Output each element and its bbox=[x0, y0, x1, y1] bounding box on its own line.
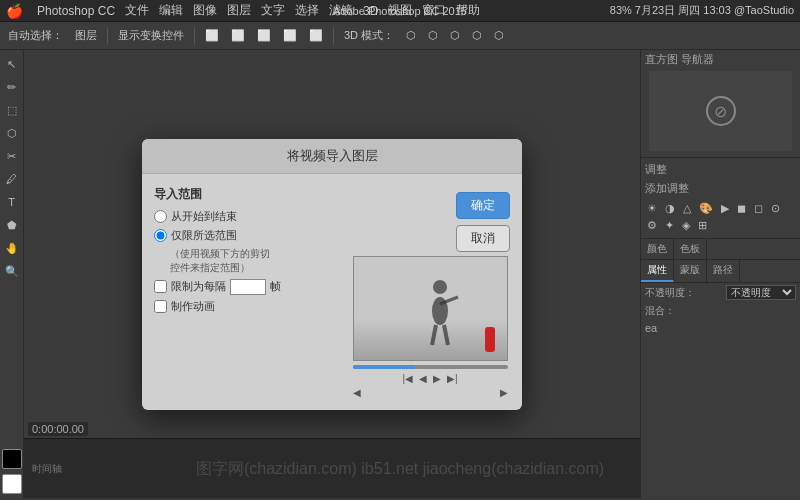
tool-healing[interactable]: ✂ bbox=[2, 146, 22, 166]
radio-from-start-label: 从开始到结束 bbox=[171, 209, 237, 224]
prop-tab-properties[interactable]: 属性 bbox=[641, 260, 674, 282]
dialog-buttons: 确定 取消 bbox=[456, 192, 510, 252]
menubar-center-title: Adobe Photoshop CC 2015 bbox=[333, 5, 467, 17]
navigator-header: 直方图 导航器 bbox=[645, 52, 796, 67]
menu-app[interactable]: Photoshop CC bbox=[37, 4, 115, 18]
tool-lasso[interactable]: ⬚ bbox=[2, 100, 22, 120]
toolbar-3d-icon-4[interactable]: ⬡ bbox=[468, 27, 486, 44]
add-adjustment-label: 添加调整 bbox=[645, 181, 796, 196]
toolbar-sep-1 bbox=[107, 27, 108, 45]
apple-icon[interactable]: 🍎 bbox=[6, 3, 23, 19]
menu-type[interactable]: 文字 bbox=[261, 2, 285, 19]
prop-tab-path[interactable]: 路径 bbox=[707, 260, 740, 282]
color-tab[interactable]: 颜色 bbox=[641, 239, 674, 259]
toolbar-3d-icon-5[interactable]: ⬡ bbox=[490, 27, 508, 44]
video-prev-btn[interactable]: ◀ bbox=[419, 373, 427, 384]
cancel-button[interactable]: 取消 bbox=[456, 225, 510, 252]
adj-icon-2[interactable]: ◑ bbox=[663, 200, 677, 217]
dialog-left-panel: 导入范围 从开始到结束 仅限所选范围 （使用视频下方的剪切 控件来指定范围） bbox=[154, 186, 338, 398]
prop-tab-mask[interactable]: 蒙版 bbox=[674, 260, 707, 282]
toolbar-align-2[interactable]: ⬜ bbox=[227, 27, 249, 44]
tool-brush[interactable]: ✏ bbox=[2, 77, 22, 97]
prop-tabbar: 属性 蒙版 路径 bbox=[641, 260, 800, 283]
tool-hand[interactable]: 🤚 bbox=[2, 238, 22, 258]
toolbar-align-1[interactable]: ⬜ bbox=[201, 27, 223, 44]
radio-only-range-row: 仅限所选范围 bbox=[154, 228, 338, 243]
time-display: 0:00:00.00 bbox=[28, 422, 88, 436]
menu-image[interactable]: 图像 bbox=[193, 2, 217, 19]
opacity-label: 不透明度： bbox=[645, 286, 695, 300]
toolbar-auto-select-value[interactable]: 图层 bbox=[71, 26, 101, 45]
adjustment-icons-row-2: ⚙ ✦ ◈ ⊞ bbox=[645, 217, 796, 234]
timeline: 时间轴 bbox=[24, 438, 640, 498]
toolbar-3d-icon-2[interactable]: ⬡ bbox=[424, 27, 442, 44]
video-scrubber-fill bbox=[353, 365, 415, 369]
radio-only-range-label: 仅限所选范围 bbox=[171, 228, 237, 243]
make-anim-label: 制作动画 bbox=[171, 299, 215, 314]
limit-label: 限制为每隔 bbox=[171, 279, 226, 294]
range-end-marker[interactable]: ▶ bbox=[500, 387, 508, 398]
tool-crop[interactable]: ⬡ bbox=[2, 123, 22, 143]
adj-icon-12[interactable]: ⊞ bbox=[696, 217, 709, 234]
tool-zoom[interactable]: 🔍 bbox=[2, 261, 22, 281]
ok-button[interactable]: 确定 bbox=[456, 192, 510, 219]
adj-icon-1[interactable]: ☀ bbox=[645, 200, 659, 217]
limit-checkbox[interactable] bbox=[154, 280, 167, 293]
navigator-circle-icon: ⊘ bbox=[706, 96, 736, 126]
color-swatch-tabbar: 颜色 色板 bbox=[641, 239, 800, 260]
toolbar-show-transform[interactable]: 显示变换控件 bbox=[114, 26, 188, 45]
toolbar-3d-label: 3D 模式： bbox=[340, 26, 398, 45]
radio-only-range[interactable] bbox=[154, 229, 167, 242]
adj-icon-5[interactable]: ▶ bbox=[719, 200, 731, 217]
toolbar-align-4[interactable]: ⬜ bbox=[279, 27, 301, 44]
import-range-label: 导入范围 bbox=[154, 186, 338, 203]
make-anim-checkbox[interactable] bbox=[154, 300, 167, 313]
toolbar-auto-select-label: 自动选择： bbox=[4, 26, 67, 45]
adj-icon-9[interactable]: ⚙ bbox=[645, 217, 659, 234]
navigator-section: 直方图 导航器 ⊘ bbox=[641, 50, 800, 158]
adj-icon-4[interactable]: 🎨 bbox=[697, 200, 715, 217]
radio-from-start[interactable] bbox=[154, 210, 167, 223]
make-anim-row: 制作动画 bbox=[154, 299, 338, 314]
adj-icon-6[interactable]: ◼ bbox=[735, 200, 748, 217]
tool-background-color[interactable] bbox=[2, 474, 22, 494]
limit-row: 限制为每隔 帧 bbox=[154, 279, 338, 295]
toolbar: 自动选择： 图层 显示变换控件 ⬜ ⬜ ⬜ ⬜ ⬜ 3D 模式： ⬡ ⬡ ⬡ ⬡… bbox=[0, 22, 800, 50]
tool-type[interactable]: T bbox=[2, 192, 22, 212]
toolbar-3d-icon-3[interactable]: ⬡ bbox=[446, 27, 464, 44]
video-controls: |◀ ◀ ▶ ▶| bbox=[353, 365, 508, 384]
menu-file[interactable]: 文件 bbox=[125, 2, 149, 19]
svg-point-0 bbox=[433, 280, 447, 294]
limit-input[interactable] bbox=[230, 279, 266, 295]
status-badge: ea bbox=[645, 322, 657, 334]
swatches-tab[interactable]: 色板 bbox=[674, 239, 707, 259]
toolbar-align-5[interactable]: ⬜ bbox=[305, 27, 327, 44]
svg-line-3 bbox=[432, 325, 436, 345]
video-rewind-btn[interactable]: |◀ bbox=[402, 373, 413, 384]
toolbar-sep-3 bbox=[333, 27, 334, 45]
menu-select[interactable]: 选择 bbox=[295, 2, 319, 19]
tool-foreground-color[interactable] bbox=[2, 449, 22, 469]
menu-edit[interactable]: 编辑 bbox=[159, 2, 183, 19]
toolbar-3d-icon-1[interactable]: ⬡ bbox=[402, 27, 420, 44]
dialog-overlay: 将视频导入图层 导入范围 从开始到结束 仅限所选范围 bbox=[24, 50, 640, 498]
video-preview-panel: 确定 取消 bbox=[350, 186, 510, 398]
dialog-body: 导入范围 从开始到结束 仅限所选范围 （使用视频下方的剪切 控件来指定范围） bbox=[142, 174, 522, 410]
video-scrubber[interactable] bbox=[353, 365, 508, 369]
menu-layer[interactable]: 图层 bbox=[227, 2, 251, 19]
adj-icon-3[interactable]: △ bbox=[681, 200, 693, 217]
svg-line-4 bbox=[444, 325, 448, 345]
tool-select[interactable]: ↖ bbox=[2, 54, 22, 74]
tool-pen[interactable]: 🖊 bbox=[2, 169, 22, 189]
adj-icon-8[interactable]: ⊙ bbox=[769, 200, 782, 217]
opacity-select[interactable]: 不透明度 bbox=[726, 285, 796, 300]
tool-shape[interactable]: ⬟ bbox=[2, 215, 22, 235]
adj-icon-7[interactable]: ◻ bbox=[752, 200, 765, 217]
video-next-btn[interactable]: ▶| bbox=[447, 373, 458, 384]
range-start-marker[interactable]: ◀ bbox=[353, 387, 361, 398]
toolbar-align-3[interactable]: ⬜ bbox=[253, 27, 275, 44]
video-play-btn[interactable]: ▶ bbox=[433, 373, 441, 384]
adj-icon-11[interactable]: ◈ bbox=[680, 217, 692, 234]
adj-icon-10[interactable]: ✦ bbox=[663, 217, 676, 234]
right-panel: 直方图 导航器 ⊘ 调整 添加调整 ☀ ◑ △ 🎨 ▶ ◼ bbox=[640, 50, 800, 498]
